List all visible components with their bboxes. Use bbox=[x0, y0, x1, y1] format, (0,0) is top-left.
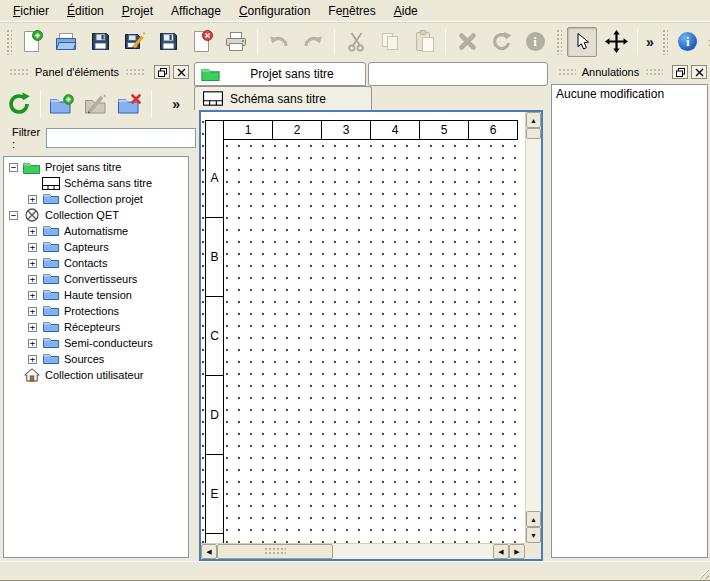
menu-item-fichier[interactable]: Fichier bbox=[4, 1, 58, 21]
scrollbar-corner bbox=[525, 543, 541, 559]
panel-toolbar-overflow-button[interactable]: » bbox=[168, 96, 184, 112]
expand-icon[interactable]: + bbox=[28, 195, 37, 204]
scroll-down-button[interactable]: ▼ bbox=[526, 527, 541, 543]
horizontal-scrollbar-track[interactable] bbox=[333, 544, 493, 559]
tree-item-label: Haute tension bbox=[64, 289, 132, 301]
float-panel-button[interactable] bbox=[154, 65, 170, 79]
save-button[interactable] bbox=[85, 27, 115, 57]
menu-item-affichage[interactable]: Affichage bbox=[162, 1, 230, 21]
vertical-scrollbar-track[interactable] bbox=[526, 139, 541, 511]
horizontal-scrollbar-thumb[interactable] bbox=[217, 544, 333, 559]
expand-icon[interactable]: + bbox=[28, 355, 37, 364]
filter-input[interactable] bbox=[46, 128, 196, 148]
folder-icon bbox=[41, 224, 60, 238]
undo-list-item[interactable]: Aucune modification bbox=[556, 87, 703, 104]
expand-icon[interactable]: + bbox=[28, 227, 37, 236]
elements-panel-titlebar[interactable]: Panel d'éléments bbox=[3, 62, 189, 82]
tree-item-capteurs[interactable]: +Capteurs bbox=[4, 239, 188, 255]
diagram-corner-cell bbox=[205, 120, 224, 140]
tree-item-collection-utilisateur[interactable]: Collection utilisateur bbox=[4, 367, 188, 383]
select-tool-button[interactable] bbox=[567, 27, 597, 57]
tree-item-contacts[interactable]: +Contacts bbox=[4, 255, 188, 271]
tree-spacer bbox=[28, 179, 37, 188]
vertical-scrollbar-thumb[interactable] bbox=[526, 128, 541, 139]
project-icon bbox=[201, 67, 220, 81]
tree-item-collection-projet[interactable]: +Collection projet bbox=[4, 191, 188, 207]
scroll-up-button[interactable]: ▲ bbox=[526, 112, 541, 128]
expand-icon[interactable]: + bbox=[28, 291, 37, 300]
floppy-all-icon bbox=[158, 31, 179, 52]
save-all-button[interactable] bbox=[153, 27, 183, 57]
tab-project[interactable]: Projet sans titre bbox=[194, 62, 366, 86]
new-project-button[interactable] bbox=[17, 27, 47, 57]
print-button[interactable] bbox=[221, 27, 251, 57]
scroll-left-button[interactable]: ◀ bbox=[493, 544, 509, 559]
copy-icon bbox=[380, 31, 400, 52]
expand-icon[interactable]: + bbox=[28, 323, 37, 332]
scroll-left-button[interactable]: ◀ bbox=[201, 544, 217, 559]
refresh-icon bbox=[7, 92, 31, 116]
close-panel-button[interactable] bbox=[691, 65, 707, 79]
save-as-button[interactable] bbox=[119, 27, 149, 57]
collapse-icon[interactable]: − bbox=[9, 211, 18, 220]
rotate-button bbox=[486, 27, 516, 57]
toolbar-drag-handle[interactable] bbox=[555, 29, 562, 55]
menu-item-projet[interactable]: Projet bbox=[113, 1, 162, 21]
open-project-button[interactable] bbox=[51, 27, 81, 57]
undo-panel-titlebar[interactable]: Annulations bbox=[552, 62, 707, 82]
toolbar-separator bbox=[334, 29, 335, 55]
tree-item-semi-conducteurs[interactable]: +Semi-conducteurs bbox=[4, 335, 188, 351]
tree-item-haute-tension[interactable]: +Haute tension bbox=[4, 287, 188, 303]
menu-item-edition[interactable]: Édition bbox=[58, 1, 113, 21]
float-panel-button[interactable] bbox=[672, 65, 688, 79]
menu-item-aide[interactable]: Aide bbox=[385, 1, 427, 21]
new-category-button[interactable] bbox=[45, 87, 79, 121]
tree-item-convertisseurs[interactable]: +Convertisseurs bbox=[4, 271, 188, 287]
scroll-up-button[interactable]: ▲ bbox=[526, 511, 541, 527]
folder-icon bbox=[41, 304, 60, 318]
tree-item-automatisme[interactable]: +Automatisme bbox=[4, 223, 188, 239]
collapse-icon[interactable]: − bbox=[9, 163, 18, 172]
toolbar-drag-handle[interactable] bbox=[5, 29, 12, 55]
toolbar-overflow-button[interactable]: » bbox=[705, 34, 710, 50]
element-tree[interactable]: −Projet sans titreSchéma sans titre+Coll… bbox=[3, 156, 189, 558]
tree-item-projet-sans-titre[interactable]: −Projet sans titre bbox=[4, 159, 188, 175]
toolbar-drag-handle[interactable] bbox=[661, 29, 668, 55]
diagram-column-label: 1 bbox=[223, 120, 273, 140]
scroll-right-button[interactable]: ▶ bbox=[509, 544, 525, 559]
expand-icon[interactable]: + bbox=[28, 307, 37, 316]
tree-item-schema-sans-titre[interactable]: Schéma sans titre bbox=[4, 175, 188, 191]
horizontal-scrollbar[interactable]: ◀ ◀ ▶ bbox=[201, 543, 525, 559]
workspace: Projet sans titre Schéma sans titre 1234… bbox=[192, 60, 549, 561]
diagram-column-label: 4 bbox=[370, 120, 420, 140]
undo-history-list[interactable]: Aucune modification bbox=[551, 84, 708, 558]
tree-item-label: Convertisseurs bbox=[64, 273, 137, 285]
titlebar-texture bbox=[9, 68, 29, 77]
tree-item-protections[interactable]: +Protections bbox=[4, 303, 188, 319]
move-tool-button[interactable] bbox=[601, 27, 631, 57]
folder-icon bbox=[41, 352, 60, 366]
expand-icon[interactable]: + bbox=[28, 275, 37, 284]
close-file-button[interactable] bbox=[187, 27, 217, 57]
tab-schema-label: Schéma sans titre bbox=[230, 92, 326, 106]
expand-icon[interactable]: + bbox=[28, 339, 37, 348]
folder-plus-icon bbox=[49, 94, 75, 115]
menu-item-fenetres[interactable]: Fenêtres bbox=[319, 1, 384, 21]
tree-item-sources[interactable]: +Sources bbox=[4, 351, 188, 367]
close-panel-button[interactable] bbox=[173, 65, 189, 79]
vertical-scrollbar[interactable]: ▲ ▲ ▼ bbox=[525, 112, 541, 543]
tab-bar-empty-area bbox=[368, 62, 548, 86]
about-button[interactable]: i bbox=[673, 27, 703, 57]
delete-category-button[interactable] bbox=[113, 87, 147, 121]
tree-item-recepteurs[interactable]: +Récepteurs bbox=[4, 319, 188, 335]
toolbar-overflow-button[interactable]: » bbox=[642, 34, 658, 50]
menu-item-configuration[interactable]: Configuration bbox=[230, 1, 319, 21]
tab-schema[interactable]: Schéma sans titre bbox=[194, 86, 372, 110]
expand-icon[interactable]: + bbox=[28, 243, 37, 252]
reload-collections-button[interactable] bbox=[2, 87, 36, 121]
diagram-canvas[interactable]: 123456 ABCDE bbox=[201, 112, 525, 543]
tree-item-collection-qet[interactable]: −Collection QET bbox=[4, 207, 188, 223]
tree-spacer bbox=[9, 371, 18, 380]
expand-icon[interactable]: + bbox=[28, 259, 37, 268]
resize-grip[interactable] bbox=[695, 565, 709, 579]
